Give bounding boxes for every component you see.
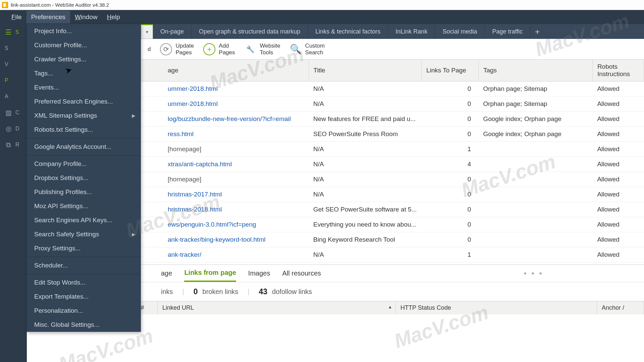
menu-window[interactable]: Window <box>70 11 102 23</box>
menu-help[interactable]: Help <box>102 11 125 23</box>
detail-tab-images[interactable]: Images <box>248 265 270 281</box>
dropdown-item[interactable]: Dropbox Settings... <box>27 171 141 185</box>
detail-tab-page[interactable]: age <box>161 265 172 281</box>
preferences-dropdown: Project Info...Customer Profile...Crawle… <box>27 24 141 332</box>
more-icon[interactable]: • • • <box>524 269 543 278</box>
add-pages-button[interactable]: ＋ Add Pages <box>203 43 235 56</box>
dofollow-count: 43 <box>259 287 268 296</box>
page-link[interactable]: hristmas-2017.html <box>168 191 222 198</box>
left-sidebar: ☰S S V P A ▥C ◎D ⧉R <box>0 24 27 362</box>
sidebar-item-5[interactable]: A <box>0 88 27 105</box>
search-icon: 🔍 <box>290 43 302 55</box>
sort-asc-icon: ▲ <box>388 305 392 309</box>
dropdown-item[interactable]: Search Safety Settings▶ <box>27 227 141 241</box>
chevron-right-icon: ▶ <box>132 232 136 237</box>
refresh-icon: ⟳ <box>160 43 172 55</box>
copy-icon: ⧉ <box>5 141 12 148</box>
top-tab[interactable]: On-page <box>153 24 192 39</box>
detail-tab-all-resources[interactable]: All resources <box>282 265 321 281</box>
page-link[interactable]: ews/penguin-3.0.html?icf=peng <box>168 221 256 228</box>
chevron-right-icon: ▶ <box>132 113 136 118</box>
dropdown-item[interactable]: XML Sitemap Settings▶ <box>27 109 141 123</box>
tab-dropdown-toggle[interactable]: ▾ <box>141 24 153 39</box>
col-http-status[interactable]: HTTP Status Code <box>396 301 597 314</box>
add-tab-button[interactable]: ＋ <box>530 24 544 39</box>
plus-icon: ＋ <box>203 43 215 55</box>
sidebar-item-1[interactable]: ☰S <box>0 24 27 40</box>
separator <box>27 155 141 156</box>
separator <box>27 274 141 274</box>
sidebar-item-7[interactable]: ◎D <box>0 121 27 137</box>
menu-file[interactable]: File <box>7 11 26 23</box>
sidebar-item-4[interactable]: P <box>0 72 27 88</box>
dropdown-item[interactable]: Tags... <box>27 66 141 80</box>
custom-search-button[interactable]: 🔍 Custom Search <box>290 43 325 56</box>
update-pages-button[interactable]: ⟳ Update Pages <box>160 43 194 56</box>
dropdown-item[interactable]: Moz API Settings... <box>27 199 141 213</box>
top-tab[interactable]: Page traffic <box>485 24 530 39</box>
dropdown-item[interactable]: Personalization... <box>27 304 141 318</box>
menu-preferences[interactable]: Preferences <box>26 11 70 23</box>
detail-tab-links-from-page[interactable]: Links from page <box>184 265 236 282</box>
dropdown-item[interactable]: Misc. Global Settings... <box>27 318 141 332</box>
dropdown-item[interactable]: Project Info... <box>27 24 141 38</box>
dropdown-item[interactable]: Company Profile... <box>27 157 141 171</box>
dofollow-label: dofollow links <box>272 288 312 296</box>
col-tags[interactable]: Tags <box>478 60 592 81</box>
links-fragment: inks <box>161 288 173 296</box>
dropdown-item[interactable]: Robots.txt Settings... <box>27 123 141 137</box>
dropdown-item[interactable]: Customer Profile... <box>27 38 141 52</box>
broken-label: broken links <box>203 288 238 296</box>
website-tools-button[interactable]: 🔧 Website Tools <box>245 43 280 56</box>
sidebar-item-3[interactable]: V <box>0 56 27 72</box>
page-link[interactable]: ank-tracker/bing-keyword-tool.html <box>168 236 265 243</box>
dropdown-item[interactable]: Edit Stop Words... <box>27 276 141 290</box>
page-link[interactable]: ank-tracker/ <box>168 251 201 258</box>
separator <box>27 257 141 257</box>
window-title: link-assistant.com - WebSite Auditor v4.… <box>11 2 109 8</box>
app-icon <box>2 2 8 8</box>
wrench-icon: 🔧 <box>245 43 257 55</box>
titlebar: link-assistant.com - WebSite Auditor v4.… <box>0 0 644 10</box>
separator <box>27 138 141 138</box>
col-robots[interactable]: Robots Instructions <box>592 60 644 81</box>
page-link[interactable]: ummer-2018.html <box>168 85 218 92</box>
page-link[interactable]: log/buzzbundle-new-free-version/?icf=ema… <box>168 115 291 122</box>
page-link[interactable]: hristmas-2018.html <box>168 206 222 213</box>
sidebar-item-6[interactable]: ▥C <box>0 105 27 121</box>
sidebar-item-8[interactable]: ⧉R <box>0 137 27 153</box>
top-tab[interactable]: Open graph & structured data markup <box>192 24 308 39</box>
dropdown-item[interactable]: Proxy Settings... <box>27 241 141 255</box>
col-links[interactable]: Links To Page <box>421 60 478 81</box>
chart-icon: ▥ <box>5 109 12 116</box>
dropdown-item[interactable]: Crawler Settings... <box>27 52 141 66</box>
dropdown-item[interactable]: Preferred Search Engines... <box>27 95 141 109</box>
page-link[interactable]: ummer-2018.html <box>168 100 218 107</box>
toolbar-text-fragment: d <box>148 46 151 53</box>
dropdown-item[interactable]: Scheduler... <box>27 258 141 273</box>
dropdown-item[interactable]: Events... <box>27 80 141 95</box>
col-linked-url[interactable]: Linked URL▲ <box>158 301 396 314</box>
target-icon: ◎ <box>5 125 12 132</box>
page-link[interactable]: xtras/anti-captcha.html <box>168 161 232 168</box>
top-tab[interactable]: Social media <box>435 24 485 39</box>
sidebar-item-2[interactable]: S <box>0 40 27 56</box>
bars-icon: ☰ <box>5 28 12 36</box>
col-title[interactable]: Title <box>309 60 421 81</box>
top-tab[interactable]: Links & technical factors <box>308 24 388 39</box>
menubar: File Preferences Window Help <box>0 10 644 24</box>
dropdown-item[interactable]: Search Engines API Keys... <box>27 213 141 227</box>
col-anchor[interactable]: Anchor / <box>597 301 644 314</box>
dropdown-item[interactable]: Export Templates... <box>27 290 141 304</box>
top-tab[interactable]: InLink Rank <box>388 24 435 39</box>
broken-count: 0 <box>194 287 198 296</box>
dropdown-item[interactable]: Google Analytics Account... <box>27 140 141 154</box>
page-link[interactable]: ress.html <box>168 130 194 137</box>
dropdown-item[interactable]: Publishing Profiles... <box>27 185 141 199</box>
